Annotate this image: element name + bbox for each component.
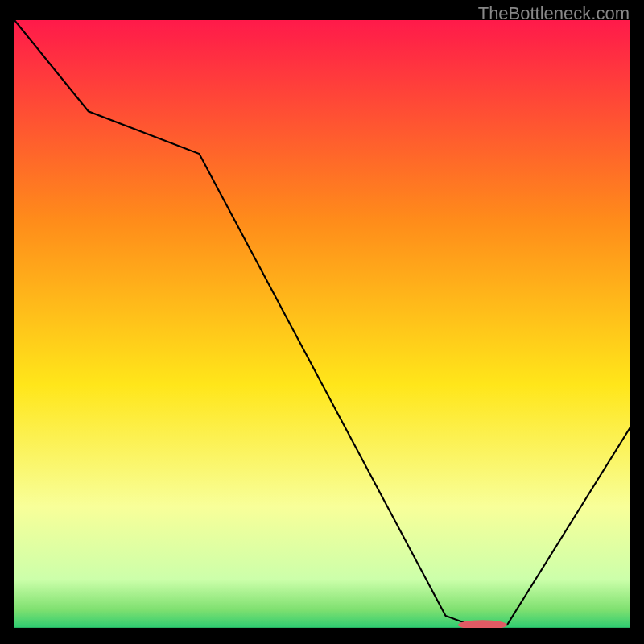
- watermark-text: TheBottleneck.com: [478, 3, 630, 24]
- chart-area: [14, 20, 630, 628]
- gradient-background: [14, 20, 630, 628]
- chart-svg: [14, 20, 630, 628]
